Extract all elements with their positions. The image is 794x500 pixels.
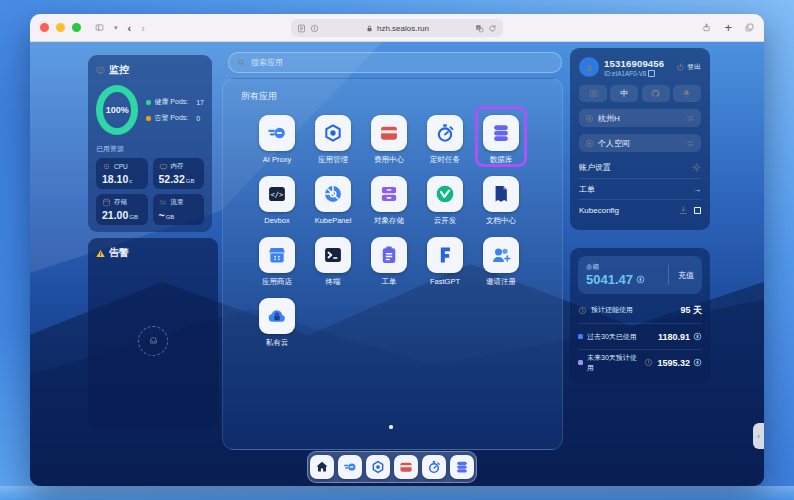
region-icon bbox=[585, 114, 594, 123]
app-app-manager[interactable]: 应用管理 bbox=[305, 109, 361, 170]
monitor-title: 监控 bbox=[109, 63, 129, 77]
switch-region-icon[interactable] bbox=[686, 114, 695, 123]
workspace-icon bbox=[585, 139, 594, 148]
menu-kubeconfig[interactable]: Kubeconfig bbox=[579, 199, 701, 220]
apps-grid: AI Proxy应用管理费用中心定时任务数据库</>DevboxKubePane… bbox=[249, 109, 533, 353]
dock-cost-center-icon[interactable] bbox=[394, 455, 418, 479]
bell-icon bbox=[682, 89, 691, 98]
address-bar[interactable]: hzh.sealos.run a bbox=[291, 19, 503, 37]
warning-icon bbox=[96, 249, 105, 258]
app-search[interactable] bbox=[228, 52, 562, 73]
gear-icon bbox=[692, 163, 701, 172]
memory-icon bbox=[159, 162, 168, 171]
avatar[interactable] bbox=[579, 57, 599, 77]
app-app-store[interactable]: 应用商店 bbox=[249, 231, 305, 292]
reload-icon[interactable] bbox=[488, 24, 497, 33]
dock-database-icon[interactable] bbox=[450, 455, 474, 479]
app-work-order[interactable]: 工单 bbox=[361, 231, 417, 292]
work-order-icon bbox=[371, 237, 407, 273]
search-input[interactable] bbox=[251, 58, 553, 67]
copy-id-icon[interactable] bbox=[648, 70, 655, 77]
alerts-panel: 告警 bbox=[88, 238, 218, 428]
dock bbox=[307, 451, 477, 483]
monitor-icon bbox=[96, 66, 105, 75]
app-devbox[interactable]: </>Devbox bbox=[249, 170, 305, 231]
close-window-button[interactable] bbox=[40, 23, 49, 32]
workspace-selector[interactable]: 个人空间 bbox=[579, 134, 701, 152]
app-label: AI Proxy bbox=[263, 155, 291, 164]
docs-button[interactable] bbox=[579, 85, 607, 102]
minimize-window-button[interactable] bbox=[56, 23, 65, 32]
app-label: Devbox bbox=[264, 216, 289, 225]
cpu-icon bbox=[102, 162, 111, 171]
recharge-button[interactable]: 充值 bbox=[668, 265, 694, 285]
app-database[interactable]: 数据库 bbox=[473, 109, 529, 170]
sidebar-chevron-icon[interactable]: ▾ bbox=[114, 24, 118, 32]
sidebar-toggle-icon[interactable] bbox=[95, 23, 104, 32]
app-terminal[interactable]: 终端 bbox=[305, 231, 361, 292]
zoom-window-button[interactable] bbox=[72, 23, 81, 32]
alert-dot-icon bbox=[146, 116, 151, 121]
private-cloud-icon bbox=[259, 298, 295, 334]
tab-overview-icon[interactable] bbox=[745, 23, 754, 32]
devbox-icon: </> bbox=[259, 176, 295, 212]
app-cost-center[interactable]: 费用中心 bbox=[361, 109, 417, 170]
back-button[interactable]: ‹ bbox=[128, 22, 132, 34]
app-label: 对象存储 bbox=[374, 216, 404, 226]
github-button[interactable] bbox=[642, 85, 670, 102]
svg-text:</>: </> bbox=[271, 190, 284, 199]
share-icon[interactable] bbox=[702, 23, 711, 32]
app-store-icon bbox=[259, 237, 295, 273]
app-cron-jobs[interactable]: 定时任务 bbox=[417, 109, 473, 170]
app-docs-center[interactable]: 文档中心 bbox=[473, 170, 529, 231]
app-fastgpt[interactable]: FastGPT bbox=[417, 231, 473, 292]
cron-jobs-icon bbox=[427, 115, 463, 151]
collapse-handle[interactable]: ‹ bbox=[753, 423, 764, 449]
cost-center-icon bbox=[371, 115, 407, 151]
healthy-dot-icon bbox=[146, 100, 151, 105]
ai-proxy-icon bbox=[259, 115, 295, 151]
app-cloud-dev[interactable]: 云开发 bbox=[417, 170, 473, 231]
menu-account-settings[interactable]: 账户设置 bbox=[579, 157, 701, 178]
all-apps-panel: 所有应用 AI Proxy应用管理费用中心定时任务数据库</>DevboxKub… bbox=[222, 78, 563, 450]
app-ai-proxy[interactable]: AI Proxy bbox=[249, 109, 305, 170]
download-icon[interactable] bbox=[679, 206, 688, 215]
language-button[interactable]: 中 bbox=[610, 85, 638, 102]
browser-toolbar: ▾ ‹ › hzh.sealos.run a + bbox=[30, 14, 764, 42]
switch-workspace-icon[interactable] bbox=[686, 139, 695, 148]
app-object-storage[interactable]: 对象存储 bbox=[361, 170, 417, 231]
url-text[interactable]: hzh.sealos.run bbox=[377, 24, 429, 33]
page-indicator-dot[interactable] bbox=[389, 425, 393, 429]
copy-kubeconfig-icon[interactable] bbox=[694, 207, 701, 214]
browser-window: ▾ ‹ › hzh.sealos.run a + bbox=[30, 14, 764, 486]
book-icon bbox=[589, 89, 598, 98]
user-id: ID:eIA1AF0-V8 bbox=[604, 70, 646, 77]
logout-button[interactable]: 登出 bbox=[676, 62, 701, 72]
reader-icon[interactable] bbox=[310, 24, 319, 33]
translate-icon[interactable]: a bbox=[475, 24, 484, 33]
app-invite[interactable]: 邀请注册 bbox=[473, 231, 529, 292]
person-icon bbox=[585, 63, 594, 72]
past-usage-row: 过去30天已使用 1180.91 bbox=[578, 323, 702, 349]
dock-ai-proxy-icon[interactable] bbox=[338, 455, 362, 479]
notifications-button[interactable] bbox=[673, 85, 701, 102]
coin-icon bbox=[636, 275, 645, 284]
app-kubepanel[interactable]: KubePanel bbox=[305, 170, 361, 231]
dock-home-icon[interactable] bbox=[310, 455, 334, 479]
monitor-panel: 监控 100% 健康 Pods: 17 告警 Pods: 0 bbox=[88, 55, 212, 232]
search-icon bbox=[237, 58, 246, 67]
dock-app-manager-icon[interactable] bbox=[366, 455, 390, 479]
docs-center-icon bbox=[483, 176, 519, 212]
sealos-desktop: 监控 100% 健康 Pods: 17 告警 Pods: 0 bbox=[30, 42, 764, 486]
page-settings-icon[interactable] bbox=[297, 24, 306, 33]
menu-work-order[interactable]: 工单 → bbox=[579, 178, 701, 199]
database-icon bbox=[483, 115, 519, 151]
dock-cron-jobs-icon[interactable] bbox=[422, 455, 446, 479]
new-tab-button[interactable]: + bbox=[724, 20, 732, 35]
invite-icon bbox=[483, 237, 519, 273]
app-label: 应用商店 bbox=[262, 277, 292, 287]
github-icon bbox=[651, 89, 660, 98]
app-private-cloud[interactable]: 私有云 bbox=[249, 292, 305, 353]
section-title: 所有应用 bbox=[241, 90, 277, 103]
region-selector[interactable]: 杭州H bbox=[579, 109, 701, 127]
